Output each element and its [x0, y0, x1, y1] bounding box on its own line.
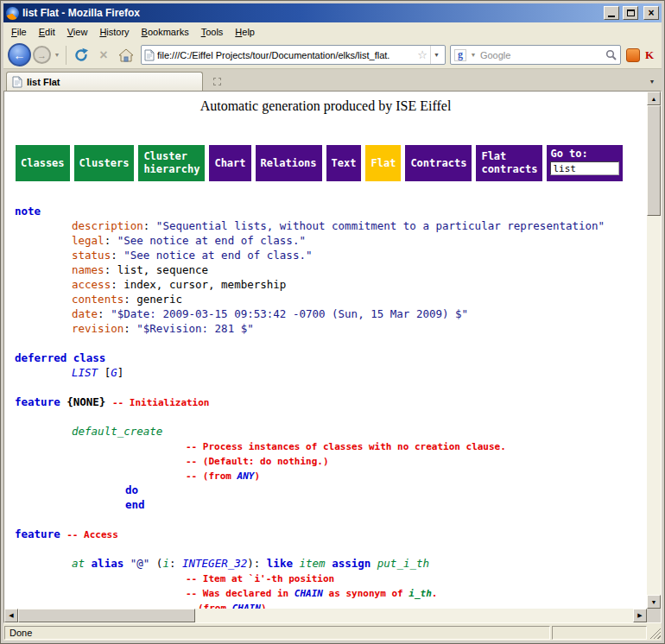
code-line: access: index, cursor, membership: [15, 277, 647, 292]
doc-nav-button-relations[interactable]: Relations: [256, 145, 322, 181]
stop-icon: ×: [99, 48, 107, 62]
doc-nav-button-flat-contracts[interactable]: Flat contracts: [476, 145, 542, 181]
code-line: -- Item at `i'-th position: [15, 571, 647, 585]
resize-grip[interactable]: [649, 627, 661, 639]
firefox-window: list Flat - Mozilla Firefox × FileEditVi…: [0, 0, 665, 644]
reload-icon: [73, 47, 89, 63]
code-line: status: "See notice at end of class.": [15, 248, 647, 262]
tab-list-flat[interactable]: list Flat: [6, 72, 203, 91]
minimize-button[interactable]: [604, 6, 619, 20]
new-tab-icon: [213, 78, 221, 85]
menu-bar: FileEditViewHistoryBookmarksToolsHelp: [3, 22, 662, 41]
code-line: legal: "See notice at end of class.": [15, 233, 647, 248]
doc-nav-button-chart[interactable]: Chart: [209, 145, 250, 181]
code-listing: notedescription: "Sequential lists, with…: [15, 204, 647, 609]
code-line: feature {NONE} -- Initialization: [15, 395, 647, 409]
menu-item-help[interactable]: Help: [229, 24, 261, 40]
menu-item-view[interactable]: View: [61, 24, 94, 40]
code-line: -- Was declared in CHAIN as synonym of i…: [15, 585, 647, 600]
addon-icon-k[interactable]: K: [642, 48, 657, 62]
search-box[interactable]: g ▼: [450, 45, 621, 65]
code-line: [15, 336, 647, 350]
close-button[interactable]: ×: [643, 6, 659, 20]
scrollbar-corner: [647, 609, 661, 622]
code-line: deferred class: [15, 350, 647, 365]
title-bar[interactable]: list Flat - Mozilla Firefox ×: [3, 3, 662, 22]
search-engine-dropdown[interactable]: ▼: [469, 52, 478, 58]
minimize-icon: [608, 16, 615, 17]
doc-nav-button-contracts[interactable]: Contracts: [405, 145, 472, 181]
home-icon: [118, 48, 134, 62]
horizontal-scroll-thumb[interactable]: [18, 609, 195, 622]
stop-button[interactable]: ×: [93, 44, 114, 66]
doc-nav-button-classes[interactable]: Classes: [16, 145, 70, 181]
status-segment: [552, 626, 647, 640]
home-button[interactable]: [116, 44, 136, 66]
forward-button[interactable]: →: [33, 46, 51, 64]
doc-nav-button-flat[interactable]: Flat: [365, 145, 401, 181]
code-line: revision: "$Revision: 281 $": [15, 321, 647, 336]
code-line: -- (from ANY): [15, 468, 647, 483]
vertical-scrollbar[interactable]: ▲ ▼: [647, 92, 661, 609]
page-icon: [144, 49, 155, 61]
reload-button[interactable]: [71, 44, 92, 66]
history-dropdown-button[interactable]: ▼: [53, 52, 61, 58]
code-line: at alias "@" (i: INTEGER_32): like item …: [15, 556, 647, 571]
code-line: note: [15, 204, 647, 218]
tab-page-icon: [12, 76, 22, 88]
scroll-up-button[interactable]: ▲: [647, 92, 661, 105]
back-button[interactable]: ←: [8, 43, 31, 66]
maximize-icon: [627, 9, 635, 16]
horizontal-scrollbar[interactable]: ◀ ▶: [4, 609, 647, 622]
tab-label: list Flat: [27, 77, 60, 87]
doc-nav-buttons: ClassesClustersCluster hierarchyChartRel…: [16, 145, 542, 181]
doc-nav-button-text[interactable]: Text: [326, 145, 362, 181]
menu-item-edit[interactable]: Edit: [33, 24, 61, 40]
address-dropdown-button[interactable]: ▼: [430, 46, 442, 64]
menu-item-tools[interactable]: Tools: [195, 24, 230, 40]
goto-input[interactable]: [550, 161, 619, 175]
code-line: end: [15, 497, 647, 512]
menu-item-bookmarks[interactable]: Bookmarks: [136, 24, 195, 40]
maximize-button[interactable]: [623, 6, 638, 20]
scroll-down-button[interactable]: ▼: [647, 595, 661, 609]
code-line: [15, 409, 647, 424]
menu-item-history[interactable]: History: [93, 24, 135, 40]
bookmark-star-icon[interactable]: ☆: [417, 49, 428, 60]
vertical-scroll-thumb[interactable]: [647, 105, 661, 216]
search-input[interactable]: [480, 50, 603, 60]
goto-box: Go to:: [547, 145, 623, 181]
code-line: [15, 541, 647, 556]
status-text: Done: [10, 628, 32, 638]
new-tab-button[interactable]: [208, 73, 225, 90]
code-line: do: [15, 483, 647, 497]
status-bar: Done: [3, 623, 662, 641]
code-line: -- (Default: do nothing.): [15, 453, 647, 468]
firefox-logo-icon: [6, 7, 19, 20]
tab-overflow-button[interactable]: ▼: [645, 73, 659, 90]
code-line: description: "Sequential lists, without …: [15, 218, 647, 233]
code-line: LIST [G]: [15, 365, 647, 380]
page-heading: Automatic generation produced by ISE Eif…: [4, 98, 647, 114]
addon-icon-orange[interactable]: [626, 48, 640, 62]
page-viewport: Automatic generation produced by ISE Eif…: [4, 92, 647, 609]
address-bar[interactable]: ☆ ▼: [141, 45, 446, 65]
tab-bar: list Flat ▼: [3, 69, 662, 91]
code-line: names: list, sequence: [15, 262, 647, 277]
doc-nav-button-cluster-hierarchy[interactable]: Cluster hierarchy: [138, 145, 205, 181]
code-line: feature -- Access: [15, 527, 647, 541]
window-title: list Flat - Mozilla Firefox: [22, 7, 600, 19]
back-arrow-icon: ←: [14, 48, 26, 62]
nav-toolbar: ← → ▼ × ☆ ▼ g ▼ K: [3, 41, 662, 69]
address-input[interactable]: [157, 50, 415, 60]
menu-item-file[interactable]: File: [5, 24, 33, 40]
toolbar-separator: [66, 46, 66, 65]
search-icon[interactable]: [605, 49, 617, 60]
scroll-right-button[interactable]: ▶: [633, 609, 647, 622]
scroll-left-button[interactable]: ◀: [4, 609, 18, 622]
close-icon: ×: [648, 8, 654, 18]
code-line: [15, 380, 647, 395]
doc-nav-button-clusters[interactable]: Clusters: [74, 145, 135, 181]
code-line: contents: generic: [15, 292, 647, 306]
google-logo-icon: g: [454, 49, 466, 61]
